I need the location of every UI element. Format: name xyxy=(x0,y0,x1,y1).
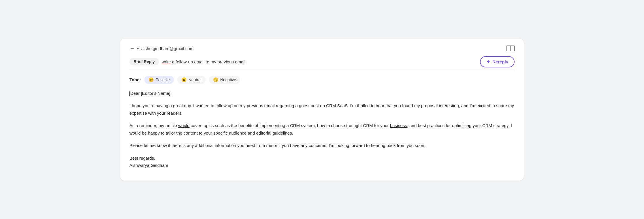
rereply-button[interactable]: ✦ Rereply xyxy=(480,56,515,67)
header-left: ← ▾ aishu.gindham@gmail.com xyxy=(129,46,193,52)
email-paragraph-1: I hope you're having a great day. I want… xyxy=(129,102,515,117)
email-card: ← ▾ aishu.gindham@gmail.com Brief Reply … xyxy=(120,39,524,181)
para2-would: would xyxy=(178,123,189,128)
tone-positive-button[interactable]: 😊 Positive xyxy=(144,76,174,84)
negative-label: Negative xyxy=(220,78,236,82)
email-body: Dear [Editor's Name], I hope you're havi… xyxy=(129,90,515,169)
negative-emoji: 😠 xyxy=(213,77,219,82)
chevron-down-icon[interactable]: ▾ xyxy=(137,46,139,51)
prompt-row: Brief Reply write a follow-up email to m… xyxy=(129,56,515,71)
positive-label: Positive xyxy=(156,78,170,82)
para2-business: business, xyxy=(390,123,408,128)
prompt-text: write a follow-up email to my previous e… xyxy=(162,59,245,64)
para2-before: As a reminder, my article xyxy=(129,123,178,128)
tone-row: Tone: 😊 Positive 😐 Neutral 😠 Negative xyxy=(129,76,515,84)
para2-middle: cover topics such as the benefits of imp… xyxy=(189,123,390,128)
prompt-text-after: a follow-up email to my previous email xyxy=(171,59,245,64)
tone-negative-button[interactable]: 😠 Negative xyxy=(209,76,240,84)
tone-label: Tone: xyxy=(129,77,141,82)
back-icon[interactable]: ← xyxy=(129,46,135,52)
email-greeting: Dear [Editor's Name], xyxy=(129,90,515,97)
email-signature: Aishwarya Gindham xyxy=(129,163,168,168)
prompt-left: Brief Reply write a follow-up email to m… xyxy=(129,58,480,65)
brief-reply-badge[interactable]: Brief Reply xyxy=(129,58,159,65)
email-closing: Best regards, Aishwarya Gindham xyxy=(129,154,515,169)
email-paragraph-3: Please let me know if there is any addit… xyxy=(129,142,515,149)
window-expand-icon[interactable] xyxy=(506,46,515,51)
email-paragraph-2: As a reminder, my article would cover to… xyxy=(129,122,515,137)
neutral-emoji: 😐 xyxy=(181,77,187,82)
neutral-label: Neutral xyxy=(189,78,202,82)
rereply-icon: ✦ xyxy=(486,59,490,65)
positive-emoji: 😊 xyxy=(148,77,154,82)
prompt-write-word: write xyxy=(162,59,171,64)
cursor xyxy=(129,91,130,96)
header-row: ← ▾ aishu.gindham@gmail.com xyxy=(129,46,515,52)
tone-neutral-button[interactable]: 😐 Neutral xyxy=(177,76,206,84)
sender-email: aishu.gindham@gmail.com xyxy=(141,46,193,51)
rereply-label: Rereply xyxy=(492,59,508,64)
